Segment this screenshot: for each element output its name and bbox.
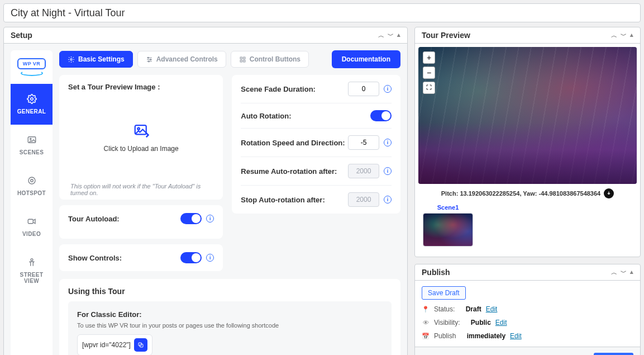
rotation-speed-input[interactable] (348, 135, 379, 150)
sidebar-tab-general[interactable]: GENERAL (11, 84, 53, 125)
setup-panel-title: Setup (11, 31, 378, 40)
auto-rotation-toggle[interactable] (370, 110, 392, 121)
fade-duration-label: Scene Fade Duration: (241, 85, 316, 93)
svg-rect-5 (28, 219, 33, 224)
edit-status-link[interactable]: Edit (486, 305, 498, 313)
info-icon[interactable]: i (384, 139, 392, 146)
tour-preview-title: Tour Preview (422, 31, 611, 40)
image-icon (27, 135, 37, 145)
info-icon[interactable]: i (206, 254, 214, 262)
edit-visibility-link[interactable]: Edit (495, 319, 507, 326)
tab-basic-settings[interactable]: Basic Settings (59, 51, 133, 68)
info-icon[interactable]: i (384, 196, 392, 203)
preview-image-label: Set a Tour Preview Image : (68, 83, 214, 91)
tour-autoload-toggle[interactable] (180, 213, 202, 224)
show-controls-label: Show Controls: (68, 254, 122, 262)
svg-point-9 (150, 59, 151, 60)
target-icon (27, 176, 37, 186)
upload-image-dropzone[interactable]: Click to Upload an Image (68, 96, 214, 179)
edit-schedule-link[interactable]: Edit (510, 332, 522, 340)
visibility-row: 👁 Visibility: Public Edit (422, 319, 633, 326)
panel-collapse-down-icon[interactable]: ﹀ (388, 31, 394, 40)
scene-1-label: Scene1 (423, 204, 473, 211)
svg-point-16 (137, 127, 140, 130)
page-title-bar: City at Night - Virtual Tour (3, 3, 641, 22)
city-night-scene (418, 47, 637, 184)
info-icon[interactable]: i (384, 85, 392, 93)
svg-rect-12 (243, 57, 245, 59)
panorama-viewport[interactable]: + − (418, 47, 637, 184)
svg-point-0 (30, 98, 33, 101)
documentation-button[interactable]: Documentation (332, 50, 400, 68)
resume-rotation-input[interactable] (348, 164, 379, 178)
sidebar-tab-scenes[interactable]: SCENES (11, 125, 53, 165)
tab-advanced-controls[interactable]: Advanced Controls (137, 51, 226, 68)
panel-collapse-up-icon[interactable]: ︿ (611, 268, 617, 277)
using-tour-heading: Using this Tour (68, 287, 392, 296)
stop-rotation-label: Stop Auto-rotation after: (241, 196, 325, 204)
save-draft-button[interactable]: Save Draft (422, 286, 466, 300)
panel-collapse-up-icon[interactable]: ︿ (378, 31, 384, 40)
copy-icon (137, 342, 144, 348)
page-title: City at Night - Virtual Tour (11, 7, 125, 19)
tab-control-buttons[interactable]: Control Buttons (231, 51, 309, 68)
eye-icon: 👁 (422, 319, 430, 326)
publish-button[interactable]: Publish (594, 353, 633, 355)
wpvr-logo: WP VR (11, 50, 53, 84)
copy-shortcode-button[interactable] (134, 338, 147, 352)
sidebar-tab-hotspot[interactable]: HOTSPOT (11, 165, 53, 206)
tour-preview-panel: Tour Preview ︿ ﹀ ▴ + − (414, 27, 641, 257)
sliders-icon (146, 56, 153, 63)
svg-rect-11 (240, 57, 242, 59)
setup-panel: Setup ︿ ﹀ ▴ WP VR GEN (3, 27, 408, 355)
rotation-speed-label: Rotation Speed and Direction: (241, 139, 345, 147)
svg-rect-13 (240, 60, 242, 61)
apply-pitch-yaw-button[interactable] (604, 188, 614, 198)
autoload-hint: This option will not work if the "Tour A… (68, 179, 214, 196)
classic-editor-desc: To use this WP VR tour in your posts or … (77, 322, 383, 329)
svg-point-10 (148, 60, 149, 61)
stop-rotation-input[interactable] (348, 192, 379, 207)
svg-rect-14 (243, 60, 245, 61)
upload-image-icon (131, 122, 151, 139)
svg-point-3 (28, 177, 35, 184)
fullscreen-icon (426, 84, 432, 91)
fullscreen-button[interactable] (423, 82, 435, 94)
shortcode-value: [wpvr id="4022"] (77, 334, 152, 355)
left-side-tabs: WP VR GENERAL SCENES (11, 50, 53, 355)
gear-icon (27, 94, 37, 104)
panel-drag-icon[interactable]: ▴ (630, 268, 633, 277)
panel-collapse-up-icon[interactable]: ︿ (611, 31, 617, 40)
resume-rotation-label: Resume Auto-rotation after: (241, 167, 337, 176)
pin-icon: 📍 (422, 306, 430, 313)
panel-drag-icon[interactable]: ▴ (630, 31, 633, 40)
auto-rotation-label: Auto Rotation: (241, 112, 291, 120)
svg-point-7 (70, 58, 72, 60)
classic-editor-title: For Classic Editor: (77, 310, 383, 319)
download-icon (606, 191, 612, 196)
panel-collapse-down-icon[interactable]: ﹀ (621, 268, 627, 277)
panel-collapse-down-icon[interactable]: ﹀ (621, 31, 627, 40)
scene-1-thumbnail[interactable] (423, 213, 473, 247)
tour-autoload-label: Tour Autoload: (68, 215, 120, 223)
sidebar-tab-streetview[interactable]: STREET VIEW (11, 247, 53, 294)
publish-panel-title: Publish (422, 268, 611, 277)
info-icon[interactable]: i (384, 167, 392, 175)
fade-duration-input[interactable] (348, 82, 379, 96)
street-view-icon (27, 257, 37, 267)
zoom-out-button[interactable]: − (423, 67, 435, 79)
zoom-in-button[interactable]: + (423, 51, 435, 64)
gear-icon (68, 56, 75, 63)
calendar-icon: 📅 (422, 333, 430, 340)
svg-point-8 (147, 57, 149, 58)
svg-point-2 (30, 138, 31, 139)
grid-icon (239, 56, 246, 63)
pitch-yaw-readout: Pitch: 13.192063022285254, Yaw: -44.9810… (418, 184, 637, 201)
sidebar-tab-video[interactable]: VIDEO (11, 206, 53, 247)
publish-panel: Publish ︿ ﹀ ▴ Save Draft 📍 Status: Draft… (414, 264, 641, 355)
panel-drag-icon[interactable]: ▴ (397, 31, 400, 40)
svg-point-6 (31, 259, 33, 261)
svg-point-4 (30, 179, 33, 182)
info-icon[interactable]: i (206, 215, 214, 223)
show-controls-toggle[interactable] (180, 252, 202, 263)
